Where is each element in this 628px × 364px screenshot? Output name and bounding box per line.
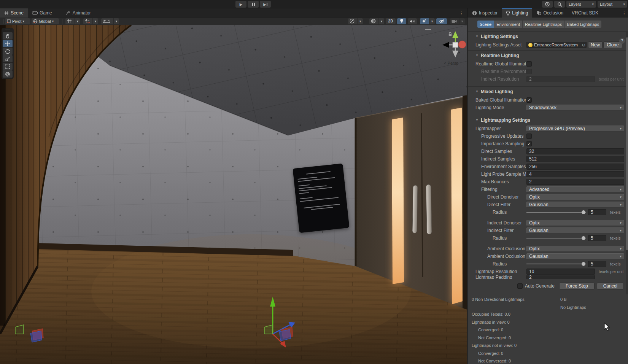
step-button[interactable]: ▶ — [260, 1, 271, 8]
importance-sampling-checkbox[interactable]: ✓ — [526, 141, 532, 146]
grid-visibility-button[interactable] — [65, 18, 75, 24]
ao-denoiser-dropdown[interactable]: Optix▾ — [526, 246, 624, 252]
section-realtime-lighting[interactable]: ▼ Realtime Lighting — [468, 50, 628, 60]
indirect-denoiser-dropdown[interactable]: Optix▾ — [526, 220, 624, 226]
persp-label[interactable]: < Persp — [436, 61, 466, 65]
overlay-drag-handle[interactable] — [3, 29, 13, 32]
filtering-dropdown[interactable]: Advanced▾ — [526, 186, 624, 192]
tab-animator[interactable]: Animator — [62, 8, 95, 17]
gizmo-overlay-handle[interactable] — [425, 29, 431, 32]
rotate-tool-button[interactable] — [3, 48, 13, 55]
indirect-radius-field[interactable]: 5 — [588, 235, 606, 241]
tab-occlusion[interactable]: Occlusion — [532, 8, 568, 17]
section-lighting-settings[interactable]: ▼ Lighting Settings — [468, 31, 628, 41]
scrollbar-thumb[interactable] — [626, 37, 628, 250]
ao-radius-field[interactable]: 5 — [588, 261, 606, 267]
component-tools-caret[interactable]: ▾ — [358, 18, 363, 24]
ao-filter-dropdown[interactable]: Gaussian▾ — [526, 253, 624, 259]
scene-visibility-toggle[interactable] — [436, 18, 447, 24]
view-tool-button[interactable] — [3, 32, 13, 40]
scene-camera-caret[interactable]: ▾ — [459, 18, 465, 24]
indirect-samples-field[interactable]: 512 — [526, 156, 624, 162]
progressive-updates-checkbox[interactable] — [526, 134, 532, 139]
tab-lighting[interactable]: Lighting — [502, 8, 532, 17]
sign-text-line — [304, 203, 340, 208]
move-tool-button[interactable] — [3, 40, 13, 47]
chevron-down-icon: ▾ — [623, 2, 625, 6]
layout-dropdown[interactable]: Layout▾ — [598, 1, 627, 8]
grid-snap-caret[interactable]: ▾ — [93, 18, 98, 24]
force-stop-button[interactable]: Force Stop — [559, 283, 595, 289]
camera-icon — [452, 19, 457, 23]
scene-viewport[interactable]: < Persp — [0, 25, 467, 364]
direct-samples-field[interactable]: 32 — [526, 148, 624, 154]
max-bounces-field[interactable]: 2 — [526, 179, 624, 185]
grid-snap-button[interactable] — [83, 18, 92, 24]
lighting-settings-asset-field[interactable]: EntranceRoomSystem ⊙ — [526, 42, 587, 48]
rect-tool-button[interactable] — [3, 63, 13, 70]
search-button[interactable] — [554, 1, 565, 8]
direct-radius-field[interactable]: 5 — [588, 209, 606, 215]
snap-increment-caret[interactable]: ▾ — [114, 18, 119, 24]
direct-filter-dropdown[interactable]: Gaussian▾ — [526, 202, 624, 208]
audio-toggle-button[interactable] — [408, 18, 417, 24]
scene-camera-button[interactable] — [450, 18, 459, 24]
cancel-button[interactable]: Cancel — [597, 283, 624, 289]
tab-vrchat-sdk[interactable]: VRChat SDK — [568, 8, 603, 17]
direct-radius-slider[interactable] — [526, 209, 586, 215]
unity-editor-window: ▶ ▶ Layers▾ Layout▾ Scene Game Animator — [0, 0, 628, 364]
transform-tool-button[interactable] — [3, 70, 13, 78]
subtab-realtime-lightmaps[interactable]: Realtime Lightmaps — [523, 21, 564, 28]
lightmap-resolution-field[interactable]: 10 — [526, 269, 595, 275]
bake-controls: Auto Generate Force Stop Cancel — [468, 282, 628, 290]
ao-radius-slider[interactable] — [526, 261, 586, 267]
section-lightmapping-settings[interactable]: ▼ Lightmapping Settings — [468, 115, 628, 125]
play-button[interactable]: ▶ — [235, 1, 246, 8]
orientation-gizmo[interactable] — [440, 30, 467, 60]
section-mixed-lighting[interactable]: ▼ Mixed Lighting — [468, 86, 628, 96]
draw-mode-caret[interactable]: ▾ — [379, 18, 384, 24]
undo-history-button[interactable] — [542, 1, 553, 8]
auto-generate-checkbox[interactable] — [517, 283, 523, 289]
row-importance-sampling: Importance Sampling ✓ — [468, 140, 628, 148]
tab-inspector[interactable]: Inspector — [468, 8, 502, 17]
effects-caret[interactable]: ▾ — [429, 18, 435, 24]
indirect-filter-dropdown[interactable]: Gaussian▾ — [526, 227, 624, 234]
scene-lighting-toggle[interactable] — [397, 18, 406, 24]
lightmap-padding-field[interactable]: 2 — [526, 275, 595, 279]
baked-gi-checkbox[interactable]: ✓ — [526, 97, 532, 103]
snap-increment-button[interactable] — [101, 18, 113, 24]
panel-scrollbar[interactable] — [626, 32, 628, 294]
subtab-baked-lightmaps[interactable]: Baked Lightmaps — [564, 21, 601, 28]
light-probe-samples-field[interactable]: 4 — [526, 171, 624, 177]
scene-tab-menu-icon[interactable]: ⋮ — [459, 9, 464, 17]
component-tools-button[interactable] — [348, 18, 357, 24]
realtime-gi-checkbox[interactable] — [526, 61, 532, 67]
draw-mode-button[interactable] — [369, 18, 378, 24]
tab-game[interactable]: Game — [28, 8, 56, 17]
layers-dropdown[interactable]: Layers▾ — [566, 1, 596, 8]
help-icon[interactable]: ? — [619, 38, 625, 44]
2d-toggle-button[interactable]: 2D — [386, 18, 396, 24]
lighting-mode-dropdown[interactable]: Shadowmask▾ — [526, 105, 624, 111]
realtime-environment-checkbox[interactable] — [526, 69, 532, 74]
direct-denoiser-dropdown[interactable]: Optix▾ — [526, 194, 624, 200]
row-realtime-environment: Realtime Environment Lighting — [468, 68, 628, 75]
lightmapper-dropdown[interactable]: Progressive GPU (Preview)▾ — [526, 126, 624, 132]
subtab-environment[interactable]: Environment — [494, 21, 522, 28]
panel-tab-menu-icon[interactable]: ⋮ — [622, 9, 627, 17]
indirect-resolution-field[interactable]: 2 — [526, 76, 595, 82]
scale-tool-button[interactable] — [3, 55, 13, 62]
new-asset-button[interactable]: New — [588, 41, 603, 48]
pivot-mode-dropdown[interactable]: Pivot▾ — [5, 18, 30, 24]
handle-rotation-dropdown[interactable]: Global▾ — [32, 18, 59, 24]
tab-scene[interactable]: Scene — [0, 8, 28, 17]
pause-button[interactable] — [248, 1, 259, 8]
environment-samples-field[interactable]: 256 — [526, 164, 624, 170]
grid-visibility-caret[interactable]: ▾ — [75, 18, 80, 24]
indirect-radius-slider[interactable] — [526, 235, 586, 241]
object-picker-icon[interactable]: ⊙ — [582, 43, 585, 48]
subtab-scene[interactable]: Scene — [477, 21, 494, 28]
occlusion-icon — [536, 11, 541, 15]
effects-toggle-button[interactable] — [420, 18, 429, 24]
